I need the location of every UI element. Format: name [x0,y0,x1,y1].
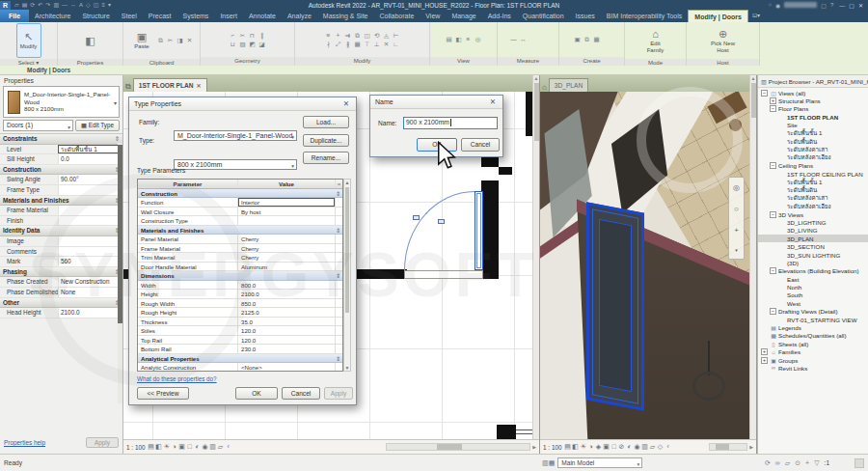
parameter-value[interactable]: Cherry [238,253,335,262]
property-group-header[interactable]: Phasing⇕ [0,267,122,278]
temporary-view-properties-icon[interactable]: ▥ [209,443,217,451]
tree-item-drafting-views-detail-[interactable]: −Drafting Views (Detail) [758,308,868,316]
customize-qat-icon[interactable]: ▾ [108,0,111,10]
view-scale[interactable]: 1 : 100 [126,444,146,451]
tree-item-groups[interactable]: +▣Groups [758,356,868,364]
tree-item-south[interactable]: South [758,291,868,299]
3d-vertical-scrollbar[interactable]: ▲ [749,75,756,439]
scrollbar-thumb[interactable] [716,444,729,450]
tree-item-views-all-[interactable]: −◫Views (all) [758,89,868,97]
edit-family-button[interactable]: ⌂Edit Family [643,23,668,58]
split-face-icon[interactable]: ◪ [258,41,266,48]
tree-item-3d-lighting[interactable]: 3D_LIGHTING [758,218,868,226]
pan-icon[interactable]: + [734,226,739,235]
parameter-value[interactable]: By host [238,208,335,216]
design-options-icon[interactable]: ▦ [549,459,556,466]
rotate-icon[interactable]: ⟲ [372,32,381,40]
revit-logo-icon[interactable]: R [0,1,11,10]
save-orientation-icon[interactable]: ◇ [657,443,665,451]
load-button[interactable]: Load... [303,116,349,128]
redo-icon[interactable]: ↷ [45,0,50,10]
tree-item-rvt-01-starting-view[interactable]: RVT-01_STARTING VIEW [758,316,868,323]
save-icon[interactable]: ▤ [22,0,28,10]
restore-icon[interactable]: ▢ [847,3,856,9]
mirror-draw-axis-icon[interactable]: ◬ [382,32,391,40]
split-with-gap-icon[interactable]: ∦ [343,41,352,48]
thin-lines-icon[interactable]: ≡ [101,0,105,10]
parameter-value[interactable]: 35.0 [238,318,335,326]
panel-label[interactable]: Measure [498,57,558,66]
unlocked-view-icon[interactable]: ⊘ [618,443,626,451]
tree-expander-icon[interactable]: − [761,90,768,97]
create-assembly-icon[interactable]: ▦ [592,36,601,43]
array-icon[interactable]: ▦ [353,41,362,48]
parameter-value[interactable]: 800.0 [238,281,335,290]
align-icon[interactable]: ≡ [324,32,333,40]
modify-button[interactable]: ↖Modify [16,23,41,58]
scroll-right-icon[interactable]: ▶ [532,444,536,450]
detail-level-icon[interactable]: ▤ [564,443,572,451]
offset-geometry-icon[interactable]: ∥ [258,32,266,40]
parameter-value[interactable]: Cherry [238,244,335,253]
tree-expander-icon[interactable]: + [761,357,768,364]
tab-1st-floor-plan[interactable]: 1ST FLOOR PLAN✕ [133,78,207,92]
tab-structure[interactable]: Structure [76,10,115,22]
tree-item-3d-living[interactable]: 3D_LIVING [758,227,868,235]
drag-on-selection-icon[interactable]: + [805,459,809,466]
tree-item--3d-[interactable]: {3D} [758,259,868,266]
cut-to-clipboard-icon[interactable]: ✂ [166,37,175,44]
tab-quantification[interactable]: Quantification [517,10,570,22]
shadows-icon[interactable]: ◑ [587,443,595,451]
close-icon[interactable]: ✕ [341,99,351,108]
tree-expander-icon[interactable]: − [770,211,776,218]
parameter-value[interactable]: 850.0 [238,299,335,308]
active-workset-select[interactable]: Main Model▾ [557,457,642,468]
collapse-icon[interactable]: ⇕ [336,226,342,235]
property-value[interactable] [58,206,122,215]
join-icon[interactable]: ⊓ [248,32,257,40]
wall-segment[interactable] [481,180,499,279]
selected-door-3d[interactable] [586,202,644,411]
tab-issues[interactable]: Issues [570,10,601,22]
parameter-value[interactable]: Aluminum [238,263,335,271]
tree-item-1st-floor-plan[interactable]: 1ST FLOOR PLAN [758,113,868,121]
parameter-value[interactable]: 2125.0 [238,308,335,317]
parameter-value[interactable]: 2100.0 [238,290,335,298]
door-flip-control-icon[interactable] [413,215,420,220]
move-icon[interactable]: + [334,32,342,40]
duplicate-button[interactable]: Duplicate... [303,134,349,147]
type-select[interactable]: 800 x 2100mm▾ [174,159,297,170]
parameter-group-header[interactable]: Dimensions⇕ [138,271,342,281]
reveal-hidden-elements-icon[interactable]: ◉ [202,443,209,451]
filter-icon[interactable]: ▽ [814,459,819,467]
sync-with-central-icon[interactable]: ⟳ [30,0,35,10]
tree-item-floor-plans[interactable]: −Floor Plans [758,105,868,113]
collapse-icon[interactable]: ⇕ [336,354,342,363]
property-value[interactable] [58,247,122,257]
sun-path-icon[interactable]: ☀ [163,443,171,451]
properties-scrollbar[interactable] [118,143,122,403]
scale-icon[interactable]: ⤢ [334,41,342,48]
resize-grip[interactable] [854,458,864,468]
3d-canvas[interactable]: ◎ ○ + ▾ [540,92,756,439]
property-value[interactable]: ระดับพื้นชั้น 1 [58,145,122,154]
tree-expander-icon[interactable]: − [770,308,776,315]
hide-analytical-model-icon[interactable]: ▱ [217,443,225,451]
properties-scrollbar-thumb[interactable] [118,145,122,323]
collapse-icon[interactable]: ⇕ [336,271,342,280]
property-value[interactable]: None [58,288,122,297]
parameter-value[interactable]: 120.0 [238,336,335,345]
paint-icon[interactable]: ◩ [248,41,257,48]
text-icon[interactable]: A [79,0,83,10]
parameter-group-header[interactable]: Materials and Finishes⇕ [138,226,342,236]
match-type-properties-icon[interactable]: ◨ [176,37,184,44]
collapse-icon[interactable]: ⇕ [336,189,342,198]
panel-label[interactable]: Create [559,57,624,66]
copy-icon[interactable]: ⧉ [353,32,362,40]
table-scrollbar[interactable]: ▲▼ [343,179,351,372]
tab-analyze[interactable]: Analyze [282,10,317,22]
zoom-icon[interactable]: ○ [734,205,739,213]
trim-corner-icon[interactable]: ∟ [392,41,400,48]
tree-item-sheets-all-[interactable]: ▯Sheets (all) [758,340,868,347]
tab-annotate[interactable]: Annotate [243,10,282,22]
